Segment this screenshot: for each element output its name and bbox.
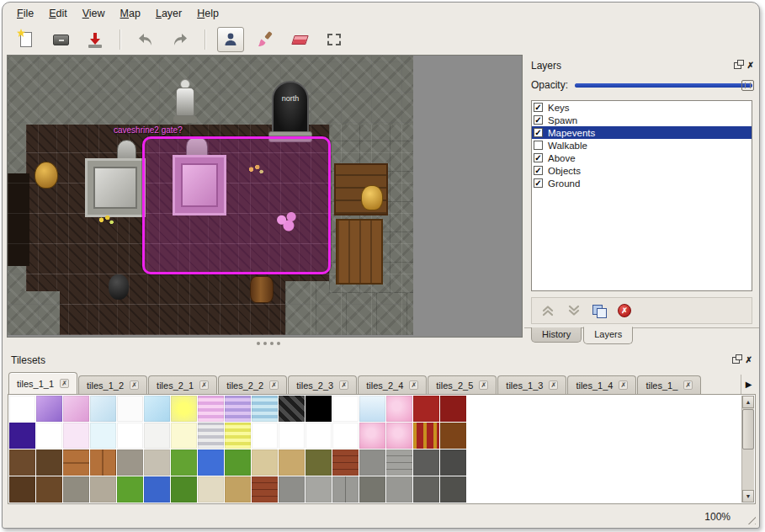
tile[interactable] [171, 423, 197, 449]
tileset-tab-tiles_2_3[interactable]: tiles_2_3✗ [288, 375, 357, 394]
resize-grip[interactable] [745, 513, 756, 524]
tile[interactable] [63, 423, 89, 449]
tile[interactable] [252, 396, 278, 422]
tile[interactable] [332, 396, 359, 422]
tile[interactable] [198, 396, 224, 422]
tile[interactable] [117, 476, 143, 503]
tile[interactable] [9, 450, 35, 476]
close-icon[interactable]: ✗ [130, 380, 139, 390]
close-icon[interactable]: ✗ [479, 380, 488, 390]
tile[interactable] [413, 450, 439, 476]
eraser-tool-button[interactable] [286, 27, 313, 52]
tile[interactable] [90, 450, 116, 476]
menu-edit[interactable]: Edit [41, 4, 75, 23]
tile[interactable] [144, 423, 170, 449]
vertical-scrollbar[interactable]: ▲ ▼ [741, 396, 754, 503]
tile[interactable] [225, 476, 251, 503]
map-canvas[interactable]: north caveshrine2 gate? [8, 56, 413, 335]
tile[interactable] [279, 423, 305, 449]
tile[interactable] [359, 450, 385, 476]
tile[interactable] [36, 476, 62, 503]
layer-visible-checkbox[interactable]: ✓ [534, 115, 543, 125]
tile[interactable] [63, 396, 89, 422]
tile[interactable] [144, 450, 170, 476]
tile[interactable] [305, 476, 332, 503]
tile[interactable] [359, 396, 385, 422]
opacity-slider[interactable] [575, 80, 752, 91]
layer-row-keys[interactable]: ✓Keys [532, 101, 752, 114]
menu-view[interactable]: View [75, 4, 113, 23]
layer-visible-checkbox[interactable]: ✓ [534, 178, 543, 188]
tileset-tab-tiles_1_3[interactable]: tiles_1_3✗ [497, 375, 566, 394]
panel-splitter[interactable] [7, 339, 523, 348]
tile[interactable] [63, 476, 89, 503]
tileset-tab-tiles_2_5[interactable]: tiles_2_5✗ [428, 375, 497, 394]
undo-button[interactable] [132, 27, 159, 52]
layer-visible-checkbox[interactable]: ✓ [534, 128, 543, 137]
tile[interactable] [440, 423, 466, 449]
close-icon[interactable]: ✗ [60, 379, 69, 388]
tile[interactable] [359, 423, 385, 449]
tile[interactable] [386, 423, 412, 449]
tile[interactable] [225, 396, 251, 422]
layer-row-above[interactable]: ✓Above [532, 152, 752, 164]
tile[interactable] [198, 476, 224, 503]
tile[interactable] [440, 450, 466, 476]
tile[interactable] [9, 476, 35, 503]
opacity-slider-handle[interactable] [741, 80, 754, 91]
tab-scroll-right-button[interactable]: ▶ [741, 375, 756, 394]
select-tool-button[interactable] [321, 27, 348, 52]
lower-layer-icon[interactable] [566, 304, 582, 317]
menu-layer[interactable]: Layer [148, 4, 189, 23]
stamp-tool-button[interactable] [217, 27, 244, 52]
layer-visible-checkbox[interactable]: ✓ [534, 103, 543, 112]
close-icon[interactable]: ✗ [409, 380, 418, 390]
menu-map[interactable]: Map [113, 4, 148, 23]
layer-row-mapevents[interactable]: ✓Mapevents [532, 126, 752, 139]
save-button[interactable] [82, 27, 109, 52]
tile[interactable] [305, 396, 332, 422]
tile[interactable] [36, 396, 62, 422]
tile[interactable] [359, 476, 385, 503]
tab-history[interactable]: History [531, 327, 582, 343]
tile[interactable] [117, 423, 143, 449]
layer-visible-checkbox[interactable] [534, 141, 543, 150]
tile[interactable] [9, 396, 35, 422]
tile[interactable] [279, 450, 305, 476]
tile[interactable] [9, 423, 35, 449]
float-panel-icon[interactable] [732, 357, 740, 364]
tileset-tab-tiles_2_1[interactable]: tiles_2_1✗ [148, 375, 217, 394]
close-icon[interactable]: ✗ [199, 380, 209, 390]
layer-row-ground[interactable]: ✓Ground [532, 177, 752, 189]
tileset-tab-tiles_1_4[interactable]: tiles_1_4✗ [567, 375, 636, 394]
scroll-up-button[interactable]: ▲ [742, 396, 754, 408]
close-icon[interactable]: ✗ [339, 380, 348, 390]
tile[interactable] [198, 450, 224, 476]
tileset-tab-tiles_1_[interactable]: tiles_1_✗ [637, 375, 701, 394]
tile[interactable] [386, 450, 412, 476]
tile[interactable] [413, 423, 439, 449]
tile[interactable] [90, 396, 116, 422]
tile[interactable] [386, 396, 412, 422]
tileset-tab-tiles_2_2[interactable]: tiles_2_2✗ [218, 375, 287, 394]
layer-row-objects[interactable]: ✓Objects [532, 164, 752, 177]
tile[interactable] [440, 476, 466, 503]
tile[interactable] [171, 450, 197, 476]
tile[interactable] [279, 396, 305, 422]
layer-row-spawn[interactable]: ✓Spawn [532, 114, 752, 126]
tile[interactable] [198, 423, 224, 449]
float-panel-icon[interactable] [734, 62, 741, 69]
menu-file[interactable]: File [9, 4, 41, 23]
tile[interactable] [144, 396, 170, 422]
tile[interactable] [413, 476, 439, 503]
tile[interactable] [171, 396, 197, 422]
close-panel-icon[interactable]: ✗ [747, 61, 754, 70]
delete-layer-icon[interactable]: ✗ [618, 304, 631, 317]
redo-button[interactable] [167, 27, 194, 52]
tile[interactable] [90, 476, 116, 503]
duplicate-layer-icon[interactable] [592, 305, 607, 317]
tile[interactable] [36, 450, 62, 476]
tile[interactable] [252, 450, 278, 476]
close-icon[interactable]: ✗ [269, 380, 279, 390]
tile[interactable] [279, 476, 305, 503]
